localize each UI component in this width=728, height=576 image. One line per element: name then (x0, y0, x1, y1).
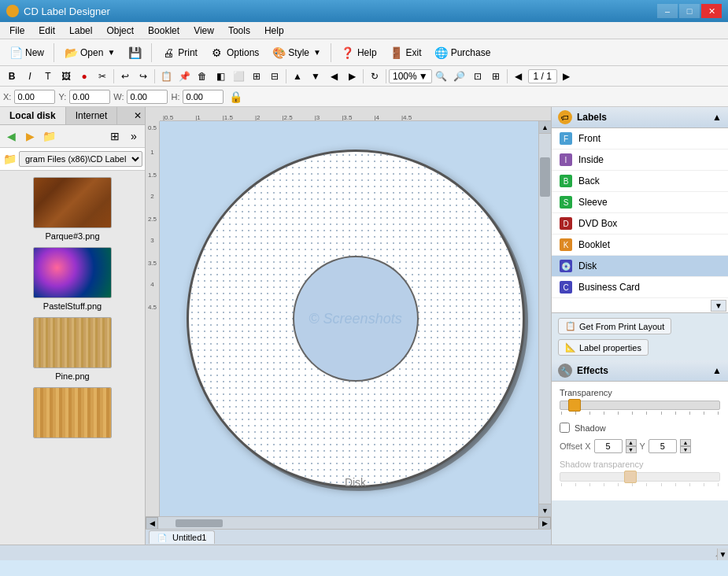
menu-help[interactable]: Help (258, 24, 290, 38)
lock-proportions-button[interactable]: 🔒 (227, 88, 244, 105)
horizontal-scrollbar[interactable]: ◀ ▶ (146, 516, 551, 529)
offset-x-up[interactable]: ▲ (626, 439, 637, 446)
offset-y-up[interactable]: ▲ (680, 439, 691, 446)
shadow-transparency-thumb[interactable] (624, 471, 637, 483)
shadow-transparency-slider[interactable] (560, 472, 720, 482)
copy-button[interactable]: 📋 (157, 68, 175, 85)
new-button[interactable]: 📄 New (3, 42, 50, 63)
move-up-button[interactable]: ▲ (289, 68, 306, 85)
offset-x-spinner[interactable]: ▲ ▼ (626, 439, 637, 453)
scroll-down-button[interactable]: ▼ (539, 504, 552, 516)
move-right-button[interactable]: ▶ (343, 68, 360, 85)
redo-button[interactable]: ↪ (135, 68, 152, 85)
color-button[interactable]: ● (76, 68, 93, 85)
style-button[interactable]: 🎨 Style ▼ (266, 42, 327, 63)
image-button[interactable]: 🖼 (57, 68, 75, 85)
help-button[interactable]: ❓ Help (335, 42, 382, 63)
print-button[interactable]: 🖨 Print (156, 42, 203, 63)
label-item-business-card[interactable]: C Business Card (552, 277, 728, 298)
shadow-checkbox[interactable] (560, 423, 570, 433)
scroll-right-button[interactable]: ▶ (538, 517, 551, 530)
offset-y-down[interactable]: ▼ (680, 446, 691, 453)
rotate-button[interactable]: ↻ (366, 68, 383, 85)
paste-button[interactable]: 📌 (176, 68, 193, 85)
labels-collapse-icon[interactable]: ▲ (712, 112, 722, 123)
menu-view[interactable]: View (187, 24, 220, 38)
labels-scroll-down[interactable]: ▼ (711, 300, 726, 312)
ungroup-button[interactable]: ⊟ (266, 68, 283, 85)
panel-expand-button[interactable]: » (125, 127, 142, 145)
open-button[interactable]: 📂 Open ▼ (58, 42, 120, 63)
offset-x-input[interactable] (594, 439, 623, 453)
cut-button[interactable]: ✂ (94, 68, 111, 85)
list-item[interactable]: PastelStuff.png (6, 247, 139, 311)
text-button[interactable]: T (39, 68, 57, 85)
minimize-button[interactable]: – (657, 4, 678, 18)
panel-close-x[interactable]: ✕ (131, 107, 145, 124)
panel-forward-button[interactable]: ▶ (21, 127, 39, 145)
menu-tools[interactable]: Tools (222, 24, 257, 38)
menu-object[interactable]: Object (100, 24, 140, 38)
zoom-dropdown[interactable]: ▼ (419, 71, 428, 82)
right-panel-scroll[interactable]: ▼ (717, 548, 728, 560)
transparency-slider[interactable] (560, 401, 720, 410)
options-button[interactable]: ⚙ Options (205, 42, 264, 63)
label-item-back[interactable]: B Back (552, 171, 728, 192)
italic-button[interactable]: I (21, 68, 39, 85)
offset-y-input[interactable] (649, 439, 677, 453)
labels-section-header[interactable]: 🏷 Labels ▲ (552, 107, 728, 128)
get-from-print-layout-button[interactable]: 📋 Get From Print Layout (558, 318, 671, 334)
offset-y-spinner[interactable]: ▲ ▼ (680, 439, 691, 453)
bold-button[interactable]: B (3, 68, 20, 85)
label-item-front[interactable]: F Front (552, 128, 728, 150)
undo-button[interactable]: ↩ (116, 68, 134, 85)
panel-view-button[interactable]: ⊞ (106, 127, 124, 145)
menu-file[interactable]: File (3, 24, 31, 38)
group-button[interactable]: ⊞ (248, 68, 265, 85)
label-item-disk[interactable]: 💿 Disk (552, 256, 728, 277)
move-left-button[interactable]: ◀ (325, 68, 342, 85)
scroll-up-button[interactable]: ▲ (539, 121, 552, 134)
label-properties-button[interactable]: 📐 Label properties (558, 339, 649, 356)
zoom-reset-button[interactable]: ⊞ (487, 68, 504, 85)
menu-label[interactable]: Label (63, 24, 98, 38)
next-page-button[interactable]: ▶ (558, 68, 575, 85)
h-input[interactable] (183, 90, 224, 104)
effects-collapse-icon[interactable]: ▲ (712, 365, 722, 376)
folder-path-selector[interactable]: gram Files (x86)\CD Label (19, 151, 142, 167)
close-button[interactable]: ✕ (701, 4, 722, 18)
transparency-thumb[interactable] (568, 399, 581, 412)
offset-x-down[interactable]: ▼ (626, 446, 637, 453)
effects-section-header[interactable]: 🔧 Effects ▲ (552, 360, 728, 382)
prev-page-button[interactable]: ◀ (510, 68, 527, 85)
panel-folder-up-button[interactable]: 📁 (40, 127, 57, 145)
zoom-in-button[interactable]: 🔍 (433, 68, 450, 85)
canvas-tab-untitled1[interactable]: 📄 Untitled1 (149, 530, 215, 544)
save-button[interactable]: 💾 (122, 42, 147, 63)
menu-edit[interactable]: Edit (32, 24, 61, 38)
exit-button[interactable]: 🚪 Exit (384, 42, 427, 63)
label-item-dvdbox[interactable]: D DVD Box (552, 213, 728, 234)
list-item[interactable]: Parque#3.png (6, 177, 139, 241)
delete-button[interactable]: 🗑 (194, 68, 211, 85)
list-item[interactable]: Pine.png (6, 317, 139, 381)
align-center-button[interactable]: ⬜ (230, 68, 247, 85)
list-item[interactable] (6, 387, 139, 441)
scroll-left-button[interactable]: ◀ (146, 517, 158, 530)
align-left-button[interactable]: ◧ (212, 68, 229, 85)
maximize-button[interactable]: □ (679, 4, 700, 18)
vertical-scrollbar[interactable]: ▲ ▼ (538, 121, 551, 516)
label-item-sleeve[interactable]: S Sleeve (552, 192, 728, 213)
hscroll-thumb[interactable] (176, 519, 223, 527)
shadow-label[interactable]: Shadow (575, 423, 606, 433)
scroll-thumb[interactable] (540, 157, 550, 197)
tab-internet[interactable]: Internet (66, 107, 118, 124)
menu-booklet[interactable]: Booklet (142, 24, 186, 38)
panel-back-button[interactable]: ◀ (2, 127, 20, 145)
cd-disk[interactable]: © Screenshots (187, 150, 525, 488)
label-item-booklet[interactable]: K Booklet (552, 234, 728, 256)
zoom-fit-button[interactable]: ⊡ (469, 68, 486, 85)
purchase-button[interactable]: 🌐 Purchase (429, 42, 497, 63)
w-input[interactable] (127, 90, 168, 104)
x-input[interactable] (14, 90, 55, 104)
